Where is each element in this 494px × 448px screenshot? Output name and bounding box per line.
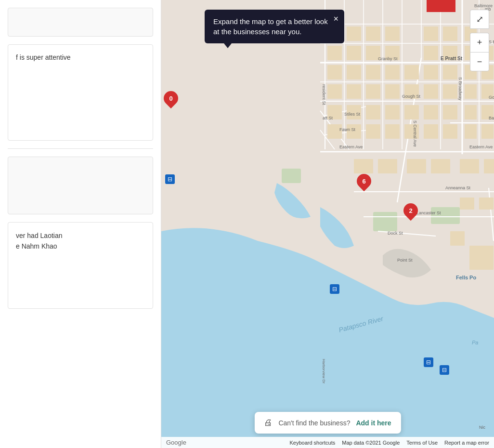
svg-rect-89 (460, 198, 474, 210)
svg-rect-50 (385, 65, 400, 79)
svg-rect-58 (366, 84, 380, 99)
map-pin-0-number: 0 (169, 95, 172, 102)
left-panel: f is super attentive ver had Laotian e N… (0, 0, 161, 448)
svg-text:Bank St: Bank St (489, 116, 494, 120)
review-card-1-text: f is super attentive (16, 53, 145, 63)
svg-rect-47 (327, 65, 342, 79)
svg-rect-40 (347, 46, 361, 60)
tooltip-text: Expand the map to get a better look at t… (213, 17, 328, 36)
map-tooltip: × Expand the map to get a better look at… (205, 10, 344, 43)
review-card-1: f is super attentive (8, 44, 153, 141)
map-data-text: Map data ©2021 Google (342, 440, 400, 446)
svg-text:S Bond St: S Bond St (489, 40, 494, 44)
map-zoom-in-button[interactable]: + (470, 33, 489, 52)
svg-rect-1 (282, 169, 301, 183)
svg-text:Baltimore St: Baltimore St (474, 3, 494, 8)
svg-rect-85 (407, 159, 426, 173)
svg-text:Fells Po: Fells Po (456, 275, 476, 280)
svg-rect-77 (385, 124, 400, 139)
svg-rect-76 (366, 124, 380, 139)
map-marker-blue-3[interactable] (424, 357, 433, 367)
svg-rect-33 (347, 26, 361, 41)
review-card-2-line2: e Nahm Khao (16, 241, 145, 251)
svg-rect-51 (404, 65, 419, 79)
svg-rect-83 (354, 159, 373, 173)
svg-rect-79 (424, 124, 438, 139)
svg-rect-67 (366, 105, 380, 119)
map-top-banner (427, 0, 455, 12)
svg-rect-90 (479, 198, 494, 210)
review-card-2-line1: ver had Laotian (16, 230, 145, 241)
svg-text:E Pratt St: E Pratt St (441, 56, 463, 61)
svg-text:Pa: Pa (472, 340, 478, 345)
svg-text:S Broadway: S Broadway (458, 77, 463, 101)
terms-of-use-link[interactable]: Terms of Use (406, 440, 438, 446)
map-marker-blue-2[interactable] (330, 284, 339, 294)
svg-rect-71 (443, 105, 457, 119)
svg-rect-63 (465, 84, 477, 99)
svg-text:resident St: resident St (322, 84, 326, 105)
svg-rect-39 (327, 46, 342, 60)
svg-rect-68 (385, 105, 400, 119)
svg-rect-43 (424, 46, 438, 60)
svg-rect-92 (450, 231, 465, 246)
svg-rect-48 (347, 65, 361, 79)
svg-rect-62 (443, 84, 457, 99)
svg-rect-35 (385, 26, 400, 41)
svg-text:Eastern Ave: Eastern Ave (339, 145, 363, 149)
map-expand-button[interactable]: ⤢ (470, 10, 489, 29)
svg-text:Nic: Nic (479, 425, 485, 430)
svg-rect-36 (424, 26, 438, 41)
report-error-link[interactable]: Report a map error (444, 440, 489, 446)
map-pin-6-number: 6 (362, 178, 365, 185)
svg-rect-91 (469, 246, 494, 270)
map-pin-6[interactable]: 6 (356, 172, 372, 190)
svg-text:Anneanna St: Anneanna St (445, 185, 471, 190)
svg-rect-57 (347, 84, 361, 99)
svg-rect-86 (431, 159, 450, 173)
svg-rect-52 (424, 65, 438, 79)
map-pin-2[interactable]: 2 (403, 201, 418, 220)
map-controls: ⤢ + − (470, 10, 489, 71)
map-zoom-out-button[interactable]: − (470, 52, 489, 71)
google-logo: Google (166, 439, 186, 446)
svg-rect-82 (481, 124, 494, 139)
svg-text:Point St: Point St (397, 258, 413, 263)
map-pin-2-number: 2 (409, 207, 412, 214)
svg-rect-59 (385, 84, 400, 99)
svg-text:Gough St: Gough St (402, 94, 421, 99)
tooltip-close-button[interactable]: × (333, 14, 338, 23)
svg-text:Gough St: Gough St (489, 95, 494, 100)
map-marker-blue-1[interactable] (165, 174, 175, 184)
svg-rect-87 (460, 159, 479, 173)
svg-text:Harborview Dr: Harborview Dr (322, 359, 326, 383)
map-svg: ayette St Granby St E Pratt St S Bond St… (161, 0, 494, 448)
svg-text:Eastern Ave: Eastern Ave (469, 145, 493, 149)
svg-text:S Central Ave: S Central Ave (413, 120, 417, 147)
svg-rect-3 (431, 207, 460, 224)
svg-rect-2 (373, 212, 397, 231)
review-card-2: ver had Laotian e Nahm Khao (8, 222, 153, 309)
svg-text:Lancaster St: Lancaster St (416, 211, 441, 215)
map-pin-0[interactable]: 0 (163, 89, 179, 107)
svg-rect-34 (366, 26, 380, 41)
map-marker-blue-4[interactable] (440, 365, 449, 375)
keyboard-shortcuts-link[interactable]: Keyboard shortcuts (289, 440, 335, 446)
svg-rect-49 (366, 65, 380, 79)
svg-text:att St: att St (323, 116, 333, 120)
svg-rect-53 (443, 65, 457, 79)
svg-rect-70 (424, 105, 438, 119)
svg-rect-61 (424, 84, 438, 99)
svg-text:Dock St: Dock St (388, 231, 403, 236)
svg-rect-69 (404, 105, 419, 119)
cant-find-bar: 🖨 Can't find the business? Add it here (254, 412, 401, 434)
cant-find-icon: 🖨 (264, 418, 273, 428)
map-panel[interactable]: ayette St Granby St E Pratt St S Bond St… (161, 0, 494, 448)
svg-rect-56 (327, 84, 342, 99)
svg-rect-72 (465, 105, 477, 119)
add-business-link[interactable]: Add it here (356, 419, 391, 427)
svg-text:Granby St: Granby St (378, 56, 398, 61)
svg-rect-80 (443, 124, 457, 139)
svg-rect-84 (378, 159, 397, 173)
map-bottom-bar: Google Keyboard shortcuts Map data ©2021… (161, 437, 494, 448)
